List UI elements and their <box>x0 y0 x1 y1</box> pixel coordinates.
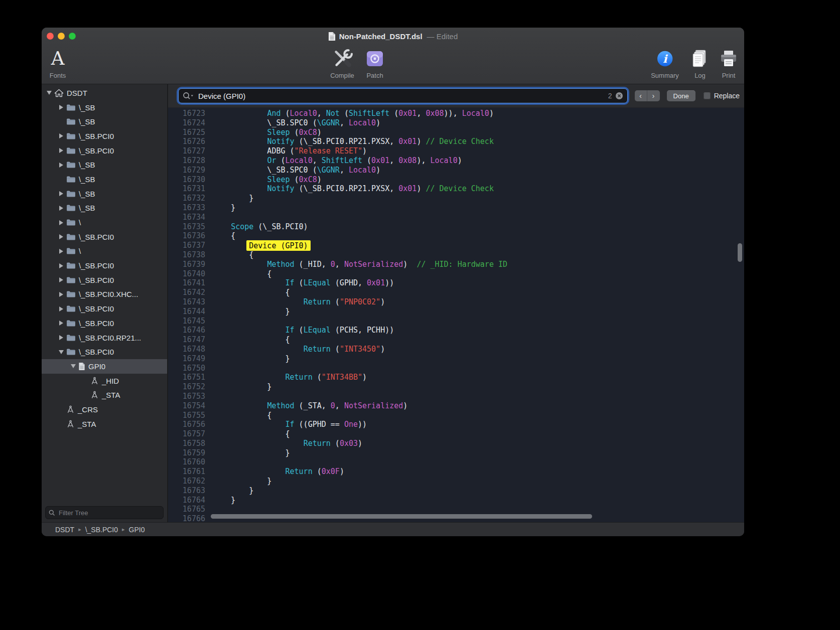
horizontal-scrollbar-thumb[interactable] <box>211 514 592 519</box>
folder-icon <box>66 233 76 241</box>
tree-item-sbpci0rp21[interactable]: \_SB.PCI0.RP21... <box>42 331 167 345</box>
find-next-button[interactable]: › <box>647 90 660 101</box>
compile-button[interactable]: Compile <box>330 47 354 79</box>
breadcrumb-root[interactable]: DSDT <box>55 526 74 534</box>
tree-item-sbpci0[interactable]: \_SB.PCI0 <box>42 143 167 158</box>
tree-item-hid[interactable]: _HID <box>42 374 167 388</box>
line-number: 16730 <box>168 175 207 185</box>
folder-icon <box>66 190 76 198</box>
disclosure-right-icon[interactable] <box>57 247 65 255</box>
filter-tree-input[interactable] <box>58 509 160 517</box>
code-view: 16723 And (Local0, Not (ShiftLeft (0x01,… <box>168 109 744 522</box>
code-token: Local0 <box>462 109 489 118</box>
code-token: )) <box>385 278 394 287</box>
tree-item-sbpci0[interactable]: \_SB.PCI0 <box>42 316 167 331</box>
disclosure-down-icon[interactable] <box>45 89 53 97</box>
summary-button[interactable]: i Summary <box>651 47 679 79</box>
patch-label: Patch <box>366 72 383 79</box>
code-token: ) <box>416 184 426 193</box>
code-token: ) <box>340 467 344 476</box>
clear-search-icon[interactable] <box>615 92 623 100</box>
close-window-button[interactable] <box>47 33 54 40</box>
code-line: 16733 } <box>168 203 744 213</box>
code-text: } <box>207 486 253 496</box>
code-token <box>213 345 304 354</box>
disclosure-right-icon[interactable] <box>57 233 65 241</box>
tree-item-root-scope[interactable]: \ <box>42 215 167 230</box>
disclosure-right-icon[interactable] <box>57 161 65 169</box>
find-previous-button[interactable]: ‹ <box>635 90 647 101</box>
disclosure-right-icon[interactable] <box>57 305 65 313</box>
disclosure-right-icon[interactable] <box>57 103 65 111</box>
document-proxy-icon[interactable] <box>328 32 336 41</box>
code-token: \GGNR <box>317 118 340 127</box>
breadcrumb-device[interactable]: GPI0 <box>129 526 145 534</box>
tree-item-root-scope[interactable]: \ <box>42 244 167 259</box>
done-button[interactable]: Done <box>667 90 695 101</box>
disclosure-right-icon[interactable] <box>57 146 65 154</box>
disclosure-right-icon[interactable] <box>57 262 65 270</box>
zoom-window-button[interactable] <box>69 33 76 40</box>
tree-item-dsdt[interactable]: DSDT <box>42 86 167 100</box>
patch-button[interactable]: Patch <box>365 47 385 79</box>
filter-field[interactable] <box>45 506 164 519</box>
disclosure-right-icon[interactable] <box>57 190 65 198</box>
search-icon[interactable] <box>183 92 194 100</box>
tree-item-sb[interactable]: \_SB <box>42 100 167 115</box>
tree-item-sb[interactable]: \_SB <box>42 114 167 129</box>
disclosure-right-icon[interactable] <box>57 290 65 298</box>
disclosure-right-icon[interactable] <box>57 334 65 342</box>
breadcrumb-scope[interactable]: \_SB.PCI0 <box>85 526 118 534</box>
tree-item-label: \_SB.PCI0 <box>79 276 114 284</box>
tree-item-sbpci0[interactable]: \_SB.PCI0 <box>42 273 167 287</box>
tree-item-sta[interactable]: _STA <box>42 388 167 402</box>
tree-item-sb[interactable]: \_SB <box>42 158 167 172</box>
log-label: Log <box>694 72 706 79</box>
tree-item-crs[interactable]: _CRS <box>42 402 167 417</box>
toolbar: A Fonts Compile <box>42 45 744 84</box>
folder-icon <box>66 305 76 312</box>
tree-item-sb[interactable]: \_SB <box>42 187 167 201</box>
folder-icon <box>66 334 76 342</box>
code-text: If ((GPHD == One)) <box>207 420 367 429</box>
disclosure-right-icon[interactable] <box>57 204 65 212</box>
tree-item-label: \_SB <box>79 204 95 212</box>
code-token: "Release RESET" <box>295 146 362 155</box>
code-token: Notify <box>267 137 294 146</box>
tree-item-sbpci0[interactable]: \_SB.PCI0 <box>42 258 167 273</box>
tree-item-sb[interactable]: \_SB <box>42 201 167 216</box>
tree-item-sbpci0[interactable]: \_SB.PCI0 <box>42 230 167 244</box>
code-token <box>213 326 286 335</box>
search-field[interactable]: 2 <box>178 88 628 103</box>
disclosure-down-icon[interactable] <box>57 348 65 356</box>
tree-item-gpi0[interactable]: GPI0 <box>42 359 167 374</box>
tree-item-sbpci0xhc[interactable]: \_SB.PCI0.XHC... <box>42 287 167 302</box>
folder-icon <box>66 118 76 125</box>
tree-item-sta[interactable]: _STA <box>42 417 167 431</box>
tree-item-sbpci0[interactable]: \_SB.PCI0 <box>42 301 167 316</box>
replace-checkbox[interactable] <box>704 92 711 99</box>
vertical-scrollbar-thumb[interactable] <box>738 243 742 262</box>
code-token: (\_SB.PCI0.RP21.PXSX, <box>295 184 399 193</box>
fonts-button[interactable]: A Fonts <box>50 47 66 79</box>
tree-item-label: \_SB.PCI0.XHC... <box>79 290 138 298</box>
tree-item-label: \ <box>79 218 81 227</box>
log-button[interactable]: Log <box>690 47 710 79</box>
tree-item-sbpci0[interactable]: \_SB.PCI0 <box>42 129 167 143</box>
disclosure-right-icon[interactable] <box>57 219 65 227</box>
code-editor[interactable]: 16723 And (Local0, Not (ShiftLeft (0x01,… <box>168 108 744 522</box>
tree-item-sbpci0[interactable]: \_SB.PCI0 <box>42 345 167 359</box>
code-token: (\_SB.PCI0.RP21.PXSX, <box>295 137 399 146</box>
disclosure-right-icon[interactable] <box>57 276 65 284</box>
code-text: Return ("INT3450") <box>207 345 385 354</box>
search-input[interactable] <box>197 91 605 101</box>
line-number: 16751 <box>168 373 207 382</box>
tree-item-sb[interactable]: \_SB <box>42 172 167 187</box>
disclosure-right-icon[interactable] <box>57 319 65 327</box>
disclosure-down-icon[interactable] <box>69 362 77 370</box>
code-text: Notify (\_SB.PCI0.RP21.PXSX, 0x01) // De… <box>207 184 494 194</box>
minimize-window-button[interactable] <box>58 33 65 40</box>
code-token: } <box>213 382 271 391</box>
print-button[interactable]: Print <box>719 47 739 79</box>
disclosure-right-icon[interactable] <box>57 132 65 140</box>
